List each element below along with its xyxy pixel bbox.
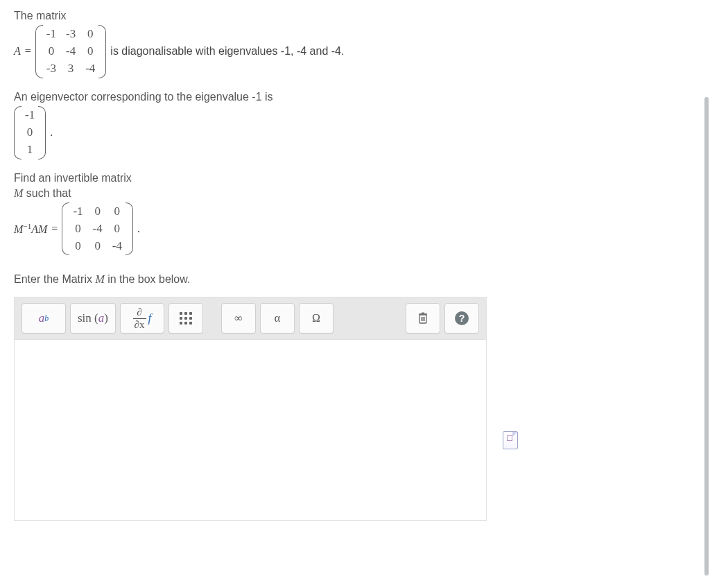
fraction-icon: ∂ ∂x — [133, 307, 146, 330]
editor-toolbar: ab sin (a) ∂ ∂x f ∞ — [15, 297, 486, 340]
cell: 0 — [94, 239, 101, 254]
svg-rect-5 — [422, 313, 424, 314]
exponent-button[interactable]: ab — [21, 303, 66, 334]
diag-text: is diagonalisable with eigenvalues -1, -… — [110, 45, 344, 58]
cell: -4 — [85, 61, 95, 77]
target-equation: M−1AM = -1 0 0 0 -4 0 0 0 -4 . — [14, 202, 696, 256]
matrix-A-grid: -1 -3 0 0 -4 0 -3 3 -4 — [42, 25, 100, 78]
cell: 0 — [75, 239, 81, 254]
ab-base: a — [39, 311, 45, 325]
lhs-M: M — [14, 223, 23, 235]
cell: 0 — [75, 221, 81, 237]
vertical-scrollbar[interactable] — [704, 97, 709, 576]
cell: 1 — [27, 142, 33, 158]
intro-block: The matrix A = -1 -3 0 0 -4 0 -3 3 -4 — [14, 10, 696, 78]
lhs-inv: −1 — [23, 222, 31, 230]
enter-post: in the box below. — [105, 273, 191, 285]
period: . — [50, 126, 53, 139]
cell: -1 — [46, 26, 56, 42]
lhs: M−1AM — [14, 222, 47, 236]
matrix-icon — [180, 312, 192, 325]
eigenvector-grid: -1 0 1 — [21, 106, 39, 159]
var-M: M — [14, 187, 23, 199]
eigvec-intro-pre: An eigenvector corresponding to the eige… — [14, 91, 252, 103]
cell: -4 — [112, 239, 122, 254]
left-paren-icon — [62, 202, 69, 256]
eigval-minus1: -1 — [252, 91, 261, 103]
sin-arg: a — [98, 311, 105, 325]
task-block: Find an invertible matrix M such that M−… — [14, 172, 696, 256]
equation-preview-button[interactable] — [503, 431, 518, 449]
math-input-area[interactable] — [15, 340, 486, 520]
cell: 0 — [94, 204, 101, 220]
eigenvector: -1 0 1 — [14, 106, 46, 159]
help-glyph: ? — [459, 313, 465, 324]
help-icon: ? — [455, 311, 469, 325]
alpha-icon: α — [275, 312, 280, 325]
right-paren-icon — [99, 25, 106, 78]
math-editor: ab sin (a) ∂ ∂x f ∞ — [14, 297, 487, 521]
cell: -3 — [66, 26, 76, 42]
eigenvalues-text: -1, -4 and -4. — [281, 45, 345, 57]
find-text: Find an invertible matrix — [14, 172, 696, 184]
cell: 0 — [87, 26, 94, 42]
derivative-button[interactable]: ∂ ∂x f — [120, 303, 164, 334]
frac-side: f — [148, 311, 152, 325]
omega-icon: Ω — [312, 312, 320, 325]
cell: 0 — [114, 221, 121, 237]
period: . — [137, 223, 140, 235]
such-that-text: such that — [23, 187, 71, 199]
svg-rect-4 — [419, 314, 427, 315]
eigenvector-block: An eigenvector corresponding to the eige… — [14, 91, 696, 159]
lhs-A: A — [31, 223, 38, 235]
equals-sign: = — [25, 45, 31, 58]
eigenvector-display: -1 0 1 . — [14, 106, 696, 159]
cell: -4 — [93, 221, 103, 237]
clear-button[interactable] — [406, 303, 440, 334]
frac-num: ∂ — [135, 307, 143, 318]
infinity-button[interactable]: ∞ — [221, 303, 256, 334]
eigvec-intro-end: is — [262, 91, 273, 103]
eigvec-intro: An eigenvector corresponding to the eige… — [14, 91, 696, 103]
matrix-A: -1 -3 0 0 -4 0 -3 3 -4 — [35, 25, 107, 78]
matrix-button[interactable] — [168, 303, 203, 334]
help-button[interactable]: ? — [444, 303, 479, 334]
var-M-inline: M — [95, 273, 104, 285]
alpha-button[interactable]: α — [260, 303, 295, 334]
enter-pre: Enter the Matrix — [14, 273, 95, 285]
cell: 0 — [114, 204, 121, 220]
ab-exp: b — [44, 313, 49, 324]
m-such-that: M such that — [14, 187, 696, 200]
question-page: The matrix A = -1 -3 0 0 -4 0 -3 3 -4 — [0, 0, 710, 588]
equals-sign: = — [51, 223, 58, 235]
sin-label: sin — [78, 311, 92, 325]
cell: -3 — [46, 61, 56, 77]
right-paren-icon — [39, 106, 46, 159]
omega-button[interactable]: Ω — [299, 303, 334, 334]
infinity-icon: ∞ — [234, 312, 242, 325]
cell: 3 — [68, 61, 74, 77]
diag-text-part: is diagonalisable with eigenvalues — [110, 45, 281, 57]
enter-instruction: Enter the Matrix M in the box below. — [14, 273, 696, 286]
cell: -4 — [66, 44, 76, 60]
left-paren-icon — [35, 25, 42, 78]
cell: -1 — [25, 107, 35, 123]
right-paren-icon — [126, 202, 133, 256]
label-the-matrix: The matrix — [14, 10, 696, 22]
left-paren-icon — [14, 106, 21, 159]
target-matrix: -1 0 0 0 -4 0 0 0 -4 — [62, 202, 133, 256]
cell: 0 — [27, 125, 33, 141]
cell: -1 — [73, 204, 83, 220]
target-matrix-grid: -1 0 0 0 -4 0 0 0 -4 — [69, 202, 126, 256]
lhs-M2: M — [38, 223, 47, 235]
paper-icon — [503, 431, 518, 449]
var-A: A — [14, 45, 21, 58]
function-button[interactable]: sin (a) — [70, 303, 116, 334]
cell: 0 — [49, 44, 55, 60]
frac-den: ∂x — [133, 318, 146, 330]
cell: 0 — [87, 44, 94, 60]
trash-icon — [417, 312, 428, 325]
matrix-A-equation: A = -1 -3 0 0 -4 0 -3 3 -4 is diagonali — [14, 25, 696, 78]
